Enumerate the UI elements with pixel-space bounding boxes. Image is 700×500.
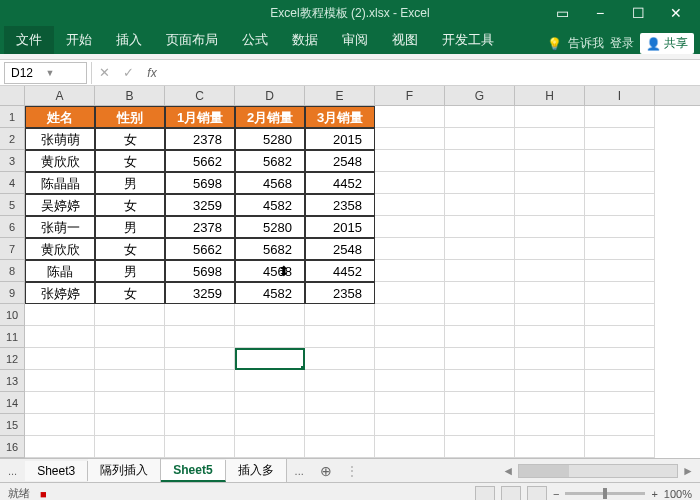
cell[interactable] xyxy=(235,348,305,370)
cell[interactable]: 黄欣欣 xyxy=(25,238,95,260)
cell[interactable]: 2548 xyxy=(305,238,375,260)
cell[interactable] xyxy=(445,282,515,304)
cell[interactable]: 5682 xyxy=(235,150,305,172)
cell[interactable] xyxy=(445,128,515,150)
cell[interactable] xyxy=(515,260,585,282)
cell[interactable] xyxy=(585,436,655,458)
sheet-ellipsis[interactable]: ... xyxy=(287,465,312,477)
sheet-tab-0[interactable]: Sheet3 xyxy=(25,461,88,481)
cell[interactable] xyxy=(375,436,445,458)
cell[interactable] xyxy=(235,326,305,348)
cell[interactable] xyxy=(375,260,445,282)
cell[interactable] xyxy=(445,194,515,216)
col-header-D[interactable]: D xyxy=(235,86,305,105)
row-header[interactable]: 5 xyxy=(0,194,25,216)
cell[interactable] xyxy=(445,260,515,282)
cell[interactable] xyxy=(445,106,515,128)
cell[interactable] xyxy=(165,370,235,392)
cell[interactable] xyxy=(515,348,585,370)
spreadsheet-grid[interactable]: ABCDEFGHI 1姓名性别1月销量2月销量3月销量2张萌萌女23785280… xyxy=(0,86,700,458)
cell[interactable]: 4452 xyxy=(305,172,375,194)
cell[interactable] xyxy=(95,370,165,392)
view-page-break-button[interactable] xyxy=(527,486,547,501)
cell[interactable] xyxy=(375,304,445,326)
cell[interactable] xyxy=(445,348,515,370)
tab-review[interactable]: 审阅 xyxy=(330,26,380,54)
cell[interactable] xyxy=(585,194,655,216)
row-header[interactable]: 16 xyxy=(0,436,25,458)
cell[interactable]: 黄欣欣 xyxy=(25,150,95,172)
cell[interactable] xyxy=(165,348,235,370)
col-header-H[interactable]: H xyxy=(515,86,585,105)
minimize-button[interactable]: − xyxy=(582,2,618,24)
cell[interactable]: 吴婷婷 xyxy=(25,194,95,216)
cell[interactable]: 3月销量 xyxy=(305,106,375,128)
cell[interactable]: 姓名 xyxy=(25,106,95,128)
cell[interactable] xyxy=(445,238,515,260)
cell[interactable]: 女 xyxy=(95,282,165,304)
cell[interactable]: 2358 xyxy=(305,194,375,216)
cell[interactable]: 4582 xyxy=(235,282,305,304)
cell[interactable] xyxy=(375,370,445,392)
cell[interactable] xyxy=(25,414,95,436)
cell[interactable] xyxy=(515,370,585,392)
cell[interactable]: 3259 xyxy=(165,194,235,216)
cell[interactable] xyxy=(445,436,515,458)
cell[interactable]: 5698 xyxy=(165,260,235,282)
cell[interactable] xyxy=(375,128,445,150)
cell[interactable] xyxy=(375,106,445,128)
cell[interactable]: 2378 xyxy=(165,128,235,150)
cell[interactable] xyxy=(375,282,445,304)
row-header[interactable]: 12 xyxy=(0,348,25,370)
sheet-nav[interactable]: ... xyxy=(0,465,25,477)
row-header[interactable]: 9 xyxy=(0,282,25,304)
cell[interactable] xyxy=(235,370,305,392)
cell[interactable]: 男 xyxy=(95,260,165,282)
cell[interactable] xyxy=(305,414,375,436)
cell[interactable] xyxy=(95,326,165,348)
horizontal-scrollbar[interactable] xyxy=(518,464,678,478)
chevron-down-icon[interactable]: ▼ xyxy=(46,68,81,78)
cell[interactable] xyxy=(515,326,585,348)
cell[interactable] xyxy=(585,216,655,238)
cell[interactable] xyxy=(235,414,305,436)
cell[interactable]: 2358 xyxy=(305,282,375,304)
row-header[interactable]: 1 xyxy=(0,106,25,128)
row-header[interactable]: 13 xyxy=(0,370,25,392)
cell[interactable] xyxy=(515,392,585,414)
col-header-A[interactable]: A xyxy=(25,86,95,105)
tab-view[interactable]: 视图 xyxy=(380,26,430,54)
cell[interactable]: 4568 xyxy=(235,260,305,282)
row-header[interactable]: 14 xyxy=(0,392,25,414)
cell[interactable]: 2015 xyxy=(305,216,375,238)
view-page-layout-button[interactable] xyxy=(501,486,521,501)
cell[interactable] xyxy=(165,326,235,348)
sheet-tab-3[interactable]: 插入多 xyxy=(226,459,287,482)
col-header-E[interactable]: E xyxy=(305,86,375,105)
cell[interactable]: 5662 xyxy=(165,238,235,260)
cell[interactable]: 4568 xyxy=(235,172,305,194)
cell[interactable] xyxy=(235,392,305,414)
cell[interactable] xyxy=(165,414,235,436)
add-sheet-button[interactable]: ⊕ xyxy=(312,463,340,479)
zoom-out-button[interactable]: − xyxy=(553,488,559,500)
cell[interactable] xyxy=(515,414,585,436)
zoom-level[interactable]: 100% xyxy=(664,488,692,500)
cell[interactable] xyxy=(515,304,585,326)
cell[interactable] xyxy=(445,370,515,392)
cell[interactable]: 性别 xyxy=(95,106,165,128)
col-header-B[interactable]: B xyxy=(95,86,165,105)
cell[interactable] xyxy=(375,326,445,348)
tab-insert[interactable]: 插入 xyxy=(104,26,154,54)
cell[interactable]: 张萌一 xyxy=(25,216,95,238)
zoom-in-button[interactable]: + xyxy=(651,488,657,500)
cell[interactable]: 2548 xyxy=(305,150,375,172)
tab-file[interactable]: 文件 xyxy=(4,26,54,54)
cell[interactable] xyxy=(445,414,515,436)
maximize-button[interactable]: ☐ xyxy=(620,2,656,24)
name-box[interactable]: D12 ▼ xyxy=(4,62,87,84)
cell[interactable]: 5280 xyxy=(235,128,305,150)
cell[interactable]: 4452 xyxy=(305,260,375,282)
col-header-F[interactable]: F xyxy=(375,86,445,105)
cell[interactable] xyxy=(375,194,445,216)
